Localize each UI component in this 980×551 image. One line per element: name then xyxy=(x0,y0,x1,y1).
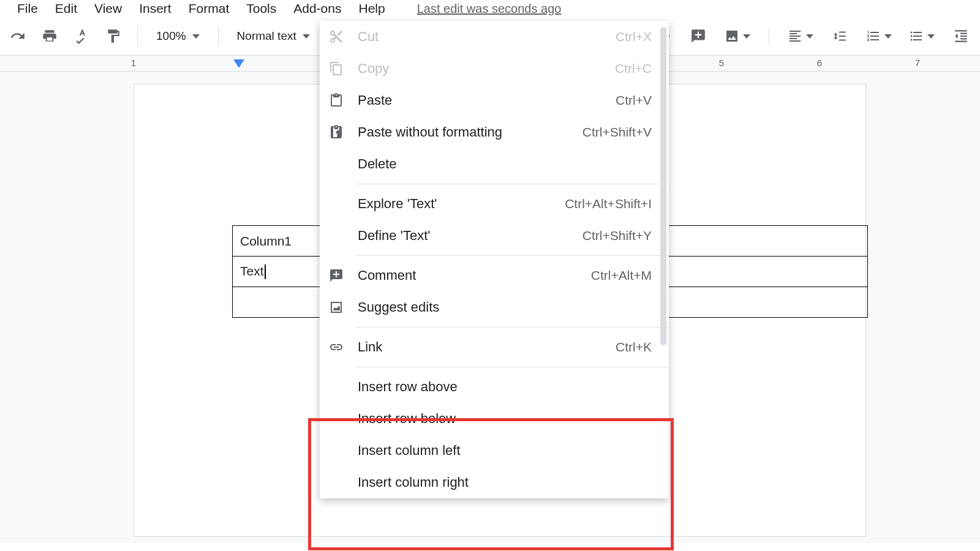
last-edit-status[interactable]: Last edit was seconds ago xyxy=(417,2,562,16)
blank-icon xyxy=(328,411,344,427)
context-label: Link xyxy=(358,339,602,355)
context-label: Insert row above xyxy=(358,379,652,395)
toolbar-separator xyxy=(137,27,138,45)
menu-divider xyxy=(355,184,669,184)
context-label: Insert column right xyxy=(358,474,652,490)
context-insert-row-above[interactable]: Insert row above xyxy=(320,371,669,403)
blank-icon xyxy=(328,443,344,459)
paste-icon xyxy=(328,92,344,108)
paint-format-icon[interactable] xyxy=(102,24,125,48)
bulleted-list-dropdown[interactable] xyxy=(907,28,937,45)
context-label: Define 'Text' xyxy=(358,228,569,244)
menu-divider xyxy=(355,327,669,328)
context-shortcut: Ctrl+Shift+V xyxy=(582,125,652,140)
menu-view[interactable]: View xyxy=(94,1,122,16)
context-label: Copy xyxy=(358,61,601,77)
menu-format[interactable]: Format xyxy=(189,1,230,16)
menubar: File Edit View Insert Format Tools Add-o… xyxy=(0,0,980,21)
context-label: Comment xyxy=(358,268,578,283)
context-menu: Cut Ctrl+X Copy Ctrl+C Paste Ctrl+V Past… xyxy=(320,21,669,498)
link-icon xyxy=(328,339,344,355)
menu-addons[interactable]: Add-ons xyxy=(293,1,341,16)
context-paste-without-formatting[interactable]: Paste without formatting Ctrl+Shift+V xyxy=(320,116,669,148)
paragraph-style-dropdown[interactable]: Normal text xyxy=(231,27,316,45)
context-shortcut: Ctrl+Shift+Y xyxy=(582,228,652,243)
context-copy[interactable]: Copy Ctrl+C xyxy=(320,53,669,84)
context-explore[interactable]: Explore 'Text' Ctrl+Alt+Shift+I xyxy=(320,188,669,220)
context-shortcut: Ctrl+K xyxy=(616,340,652,354)
zoom-dropdown[interactable]: 100% xyxy=(150,27,206,45)
redo-icon[interactable] xyxy=(6,24,29,48)
context-shortcut: Ctrl+X xyxy=(616,29,652,44)
context-label: Explore 'Text' xyxy=(358,196,551,212)
blank-icon xyxy=(328,379,344,395)
context-suggest-edits[interactable]: Suggest edits xyxy=(320,291,669,323)
context-shortcut: Ctrl+Alt+Shift+I xyxy=(565,197,652,211)
ruler-tick: 7 xyxy=(915,58,920,68)
paste-plain-icon xyxy=(328,124,344,140)
context-insert-column-left[interactable]: Insert column left xyxy=(320,435,669,467)
add-comment-icon[interactable] xyxy=(687,24,710,48)
blank-icon xyxy=(328,228,344,244)
comment-icon xyxy=(328,268,344,283)
context-cut[interactable]: Cut Ctrl+X xyxy=(320,21,669,53)
menu-divider xyxy=(355,367,669,367)
chevron-down-icon xyxy=(884,34,892,39)
menu-insert[interactable]: Insert xyxy=(139,1,172,16)
ruler-tick: 5 xyxy=(719,58,724,68)
context-shortcut: Ctrl+V xyxy=(616,93,652,108)
chevron-down-icon xyxy=(303,34,310,39)
blank-icon xyxy=(328,474,344,490)
context-label: Delete xyxy=(358,156,652,172)
toolbar-separator xyxy=(218,27,219,45)
context-define[interactable]: Define 'Text' Ctrl+Shift+Y xyxy=(320,220,669,252)
paragraph-style-value: Normal text xyxy=(237,29,296,43)
insert-image-dropdown[interactable] xyxy=(722,28,753,45)
context-label: Paste without formatting xyxy=(358,124,569,140)
blank-icon xyxy=(328,156,344,172)
chevron-down-icon xyxy=(743,34,750,39)
context-delete[interactable]: Delete xyxy=(320,148,669,180)
context-shortcut: Ctrl+Alt+M xyxy=(591,268,652,283)
ruler-tick: 1 xyxy=(131,58,136,68)
blank-icon xyxy=(328,196,344,212)
context-label: Insert column left xyxy=(358,443,652,459)
context-label: Cut xyxy=(358,29,602,45)
chevron-down-icon xyxy=(806,34,813,39)
context-comment[interactable]: Comment Ctrl+Alt+M xyxy=(320,260,669,291)
context-shortcut: Ctrl+C xyxy=(615,61,652,76)
menu-edit[interactable]: Edit xyxy=(55,1,77,16)
zoom-value: 100% xyxy=(156,29,186,43)
spellcheck-icon[interactable] xyxy=(70,24,93,48)
menu-divider xyxy=(355,255,669,256)
toolbar-right xyxy=(651,24,974,48)
toolbar-separator xyxy=(769,27,769,45)
menu-help[interactable]: Help xyxy=(358,1,385,16)
chevron-down-icon xyxy=(192,34,200,39)
context-insert-column-right[interactable]: Insert column right xyxy=(320,467,669,498)
align-dropdown[interactable] xyxy=(785,28,816,45)
context-label: Suggest edits xyxy=(358,299,652,315)
menu-file[interactable]: File xyxy=(17,1,38,16)
chevron-down-icon xyxy=(927,34,935,39)
cut-icon xyxy=(328,29,344,45)
context-label: Paste xyxy=(358,92,602,108)
context-link[interactable]: Link Ctrl+K xyxy=(320,331,669,363)
menu-tools[interactable]: Tools xyxy=(246,1,276,16)
ruler-tick: 6 xyxy=(817,58,822,68)
context-insert-row-below[interactable]: Insert row below xyxy=(320,403,669,435)
suggest-icon xyxy=(328,299,344,315)
menu-scrollbar[interactable] xyxy=(660,27,666,345)
line-spacing-icon[interactable] xyxy=(828,24,851,48)
indent-marker[interactable] xyxy=(233,59,244,68)
numbered-list-dropdown[interactable] xyxy=(864,28,894,45)
copy-icon xyxy=(328,61,344,77)
print-icon[interactable] xyxy=(38,24,61,48)
context-paste[interactable]: Paste Ctrl+V xyxy=(320,84,669,116)
text-cursor xyxy=(265,264,266,279)
context-label: Insert row below xyxy=(358,411,652,427)
decrease-indent-icon[interactable] xyxy=(949,24,973,48)
